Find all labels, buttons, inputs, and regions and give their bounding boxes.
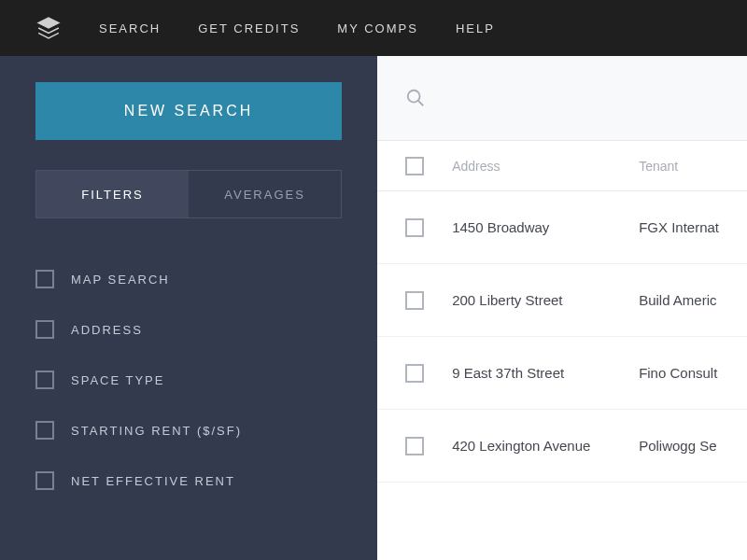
filter-label: MAP SEARCH	[71, 273, 170, 287]
header-address[interactable]: Address	[452, 159, 639, 174]
cell-address: 200 Liberty Street	[452, 292, 639, 308]
svg-marker-0	[38, 18, 59, 28]
nav-link-comps[interactable]: MY COMPS	[337, 21, 418, 35]
filter-net-effective-rent[interactable]: NET EFFECTIVE RENT	[35, 455, 342, 506]
table-header: Address Tenant	[377, 141, 747, 191]
cell-address: 420 Lexington Avenue	[452, 438, 639, 454]
filter-address[interactable]: ADDRESS	[35, 304, 342, 355]
checkbox-icon[interactable]	[35, 320, 54, 339]
checkbox-icon[interactable]	[35, 471, 54, 490]
cell-address: 9 East 37th Street	[452, 365, 639, 381]
sidebar: NEW SEARCH FILTERS AVERAGES MAP SEARCH A…	[0, 56, 377, 560]
layout: NEW SEARCH FILTERS AVERAGES MAP SEARCH A…	[0, 56, 747, 560]
filter-map-search[interactable]: MAP SEARCH	[35, 254, 342, 304]
cell-tenant: FGX Internat	[639, 219, 719, 235]
filter-label: ADDRESS	[71, 323, 143, 337]
table-row[interactable]: 9 East 37th Street Fino Consult	[377, 337, 747, 410]
nav-link-credits[interactable]: GET CREDITS	[198, 21, 300, 35]
filter-space-type[interactable]: SPACE TYPE	[35, 355, 342, 405]
row-checkbox[interactable]	[405, 364, 424, 383]
row-checkbox[interactable]	[405, 291, 424, 310]
svg-line-2	[418, 101, 424, 106]
cell-tenant: Build Americ	[639, 292, 719, 308]
svg-point-1	[408, 91, 420, 103]
new-search-button[interactable]: NEW SEARCH	[35, 82, 342, 140]
header-tenant[interactable]: Tenant	[639, 159, 719, 174]
row-checkbox[interactable]	[405, 437, 424, 455]
cell-tenant: Fino Consult	[639, 365, 719, 381]
checkbox-icon[interactable]	[35, 371, 54, 389]
main-panel: Address Tenant 1450 Broadway FGX Interna…	[377, 56, 747, 560]
filter-label: STARTING RENT ($/SF)	[71, 424, 242, 438]
top-nav: SEARCH GET CREDITS MY COMPS HELP	[0, 0, 747, 56]
nav-link-search[interactable]: SEARCH	[99, 21, 161, 35]
filter-label: SPACE TYPE	[71, 373, 164, 387]
cell-tenant: Poliwogg Se	[639, 438, 719, 454]
checkbox-icon[interactable]	[35, 421, 54, 440]
checkbox-icon[interactable]	[35, 270, 54, 288]
search-icon[interactable]	[405, 88, 426, 108]
cell-address: 1450 Broadway	[452, 219, 639, 235]
filter-starting-rent[interactable]: STARTING RENT ($/SF)	[35, 405, 342, 455]
tab-filters[interactable]: FILTERS	[36, 171, 189, 217]
table-row[interactable]: 420 Lexington Avenue Poliwogg Se	[377, 410, 747, 483]
nav-link-help[interactable]: HELP	[456, 21, 495, 35]
table-row[interactable]: 1450 Broadway FGX Internat	[377, 191, 747, 264]
row-checkbox[interactable]	[405, 218, 424, 237]
results-table: Address Tenant 1450 Broadway FGX Interna…	[377, 140, 747, 560]
sidebar-tabs: FILTERS AVERAGES	[35, 170, 342, 218]
select-all-checkbox[interactable]	[405, 157, 424, 175]
tab-averages[interactable]: AVERAGES	[189, 171, 341, 217]
table-row[interactable]: 200 Liberty Street Build Americ	[377, 264, 747, 337]
filter-list: MAP SEARCH ADDRESS SPACE TYPE STARTING R…	[35, 254, 342, 506]
search-bar[interactable]	[377, 56, 747, 140]
logo-icon[interactable]	[35, 15, 62, 41]
filter-label: NET EFFECTIVE RENT	[71, 474, 235, 488]
